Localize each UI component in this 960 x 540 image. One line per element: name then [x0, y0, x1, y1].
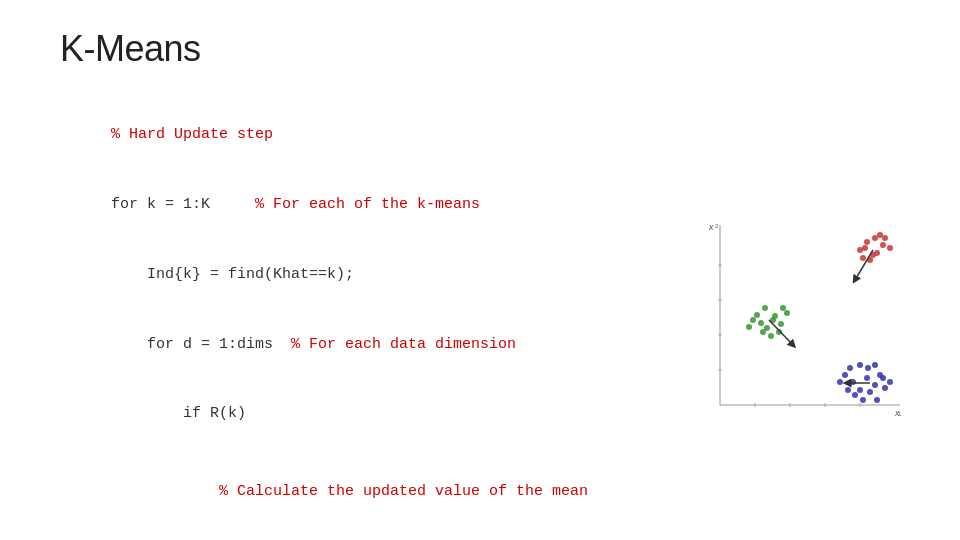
- comment-6: % Calculate the updated value of the mea…: [111, 483, 588, 500]
- svg-point-30: [758, 320, 764, 326]
- code-line-4: for d = 1:dims % For each data dimension: [75, 309, 588, 379]
- svg-point-23: [862, 245, 868, 251]
- svg-text:1: 1: [898, 411, 902, 417]
- code-text-5: if R(k): [111, 405, 246, 422]
- svg-point-41: [850, 379, 856, 385]
- code-line-2: for k = 1:K % For each of the k-means: [75, 170, 588, 240]
- svg-point-42: [857, 387, 863, 393]
- scatter-plot: x 1 x 2: [705, 220, 905, 420]
- svg-point-15: [864, 239, 870, 245]
- svg-point-34: [750, 317, 756, 323]
- comment-1: % Hard Update step: [111, 126, 273, 143]
- svg-point-48: [867, 389, 873, 395]
- code-line-7: % as the average of the newly classified: [75, 527, 588, 541]
- svg-point-50: [882, 385, 888, 391]
- svg-point-51: [857, 362, 863, 368]
- svg-point-21: [882, 235, 888, 241]
- code-line-1: % Hard Update step: [75, 100, 588, 170]
- code-text-3: Ind{k} = find(Khat==k);: [111, 266, 354, 283]
- svg-point-32: [780, 305, 786, 311]
- page-title: K-Means: [60, 28, 201, 70]
- svg-point-17: [880, 242, 886, 248]
- code-line-3: Ind{k} = find(Khat==k);: [75, 240, 588, 310]
- svg-point-37: [784, 310, 790, 316]
- code-line-6: % Calculate the updated value of the mea…: [75, 457, 588, 527]
- svg-point-47: [860, 397, 866, 403]
- svg-point-56: [880, 375, 886, 381]
- svg-point-44: [872, 382, 878, 388]
- svg-text:x: x: [708, 222, 714, 232]
- svg-point-43: [864, 375, 870, 381]
- comment-2: % For each of the k-means: [255, 196, 480, 213]
- svg-point-25: [887, 245, 893, 251]
- svg-point-39: [768, 333, 774, 339]
- svg-point-35: [760, 329, 766, 335]
- code-text-4: for d = 1:dims: [111, 336, 291, 353]
- svg-point-26: [754, 312, 760, 318]
- svg-point-49: [874, 397, 880, 403]
- svg-text:2: 2: [715, 223, 719, 229]
- code-block: % Hard Update step for k = 1:K % For eac…: [75, 100, 588, 540]
- svg-point-54: [837, 379, 843, 385]
- svg-point-57: [865, 365, 871, 371]
- svg-point-53: [872, 362, 878, 368]
- svg-point-58: [887, 379, 893, 385]
- svg-point-38: [746, 324, 752, 330]
- svg-point-40: [842, 372, 848, 378]
- svg-point-36: [778, 321, 784, 327]
- svg-point-46: [852, 392, 858, 398]
- code-text-2: for k = 1:K: [111, 196, 255, 213]
- svg-point-55: [845, 387, 851, 393]
- scatter-svg: x 1 x 2: [705, 220, 905, 420]
- comment-4: % For each data dimension: [291, 336, 516, 353]
- svg-point-22: [877, 232, 883, 238]
- svg-point-27: [762, 305, 768, 311]
- svg-point-52: [847, 365, 853, 371]
- code-line-5: if R(k): [75, 379, 588, 449]
- svg-point-20: [860, 255, 866, 261]
- svg-point-16: [872, 235, 878, 241]
- svg-point-31: [772, 313, 778, 319]
- svg-line-60: [855, 250, 873, 280]
